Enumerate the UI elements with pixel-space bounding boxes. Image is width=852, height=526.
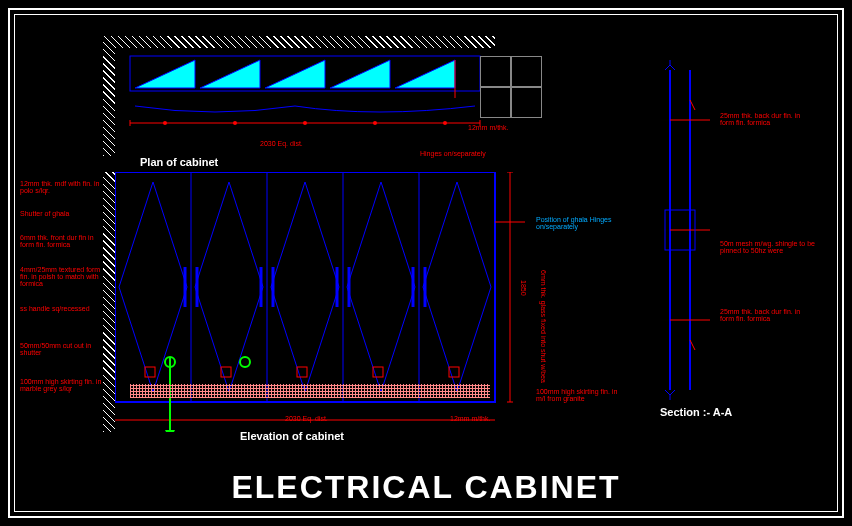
svg-point-13 bbox=[443, 121, 447, 125]
svg-marker-4 bbox=[330, 60, 390, 88]
svg-marker-1 bbox=[135, 60, 195, 88]
note-l6: 50mm/50mm cut out in shutter bbox=[20, 342, 100, 356]
svg-marker-2 bbox=[200, 60, 260, 88]
dim-h: 1850 bbox=[520, 280, 527, 296]
svg-point-9 bbox=[163, 121, 167, 125]
note-re1: Position of ghala Hinges on/separately bbox=[536, 216, 616, 230]
note-l3: 6mm thk. front dur fin in form fin. form… bbox=[20, 234, 100, 248]
svg-marker-46 bbox=[165, 430, 175, 432]
elevation-label: Elevation of cabinet bbox=[240, 430, 344, 442]
svg-point-47 bbox=[240, 357, 250, 367]
note-plan-r2: Hinges on/separately bbox=[420, 150, 486, 157]
skirting-hatch bbox=[130, 384, 490, 398]
note-s3: 25mm thk. back dur fin. in form fin. for… bbox=[720, 308, 815, 322]
note-re3: 12mm m/thk. bbox=[450, 415, 490, 422]
dim-elev: 2030 Eq. dist. bbox=[285, 415, 328, 422]
grid-tile-2 bbox=[510, 56, 542, 88]
plan-svg bbox=[115, 48, 515, 148]
plan-label: Plan of cabinet bbox=[140, 156, 218, 168]
dim-plan: 2030 Eq. dist. bbox=[260, 140, 303, 147]
grid-tile-4 bbox=[510, 86, 542, 118]
svg-marker-5 bbox=[395, 60, 455, 88]
section-label: Section :- A-A bbox=[660, 406, 732, 418]
grid-tile-1 bbox=[480, 56, 512, 88]
note-l5: ss handle sq/recessed bbox=[20, 305, 90, 312]
note-s2: 50m mesh m/wg. shingle to be pinned to 5… bbox=[720, 240, 820, 254]
wall-hatch-elev bbox=[103, 172, 115, 432]
note-l2: Shutter of ghala bbox=[20, 210, 69, 217]
note-plan-r1: 12mm m/thk. bbox=[468, 124, 508, 131]
vert-note: 6mm thk. glass fixed into shut w/bea bbox=[540, 270, 547, 383]
svg-marker-3 bbox=[265, 60, 325, 88]
svg-point-12 bbox=[373, 121, 377, 125]
note-l4: 4mm/25mm textured form fin. in polsh to … bbox=[20, 266, 105, 287]
wall-hatch-top bbox=[115, 36, 495, 48]
note-l7: 100mm high skirting fin. in marble grey … bbox=[20, 378, 105, 392]
note-s1: 25mm thk. back dur fin. in form fin. for… bbox=[720, 112, 815, 126]
note-re2: 100mm high skirting fin. in m/l from gra… bbox=[536, 388, 626, 402]
svg-point-10 bbox=[233, 121, 237, 125]
grid-tile-3 bbox=[480, 86, 512, 118]
main-title: ELECTRICAL CABINET bbox=[0, 469, 852, 506]
note-l1: 12mm thk. mdf with fin. in polo s/lqr. bbox=[20, 180, 100, 194]
svg-point-11 bbox=[303, 121, 307, 125]
wall-hatch-left bbox=[103, 36, 115, 156]
